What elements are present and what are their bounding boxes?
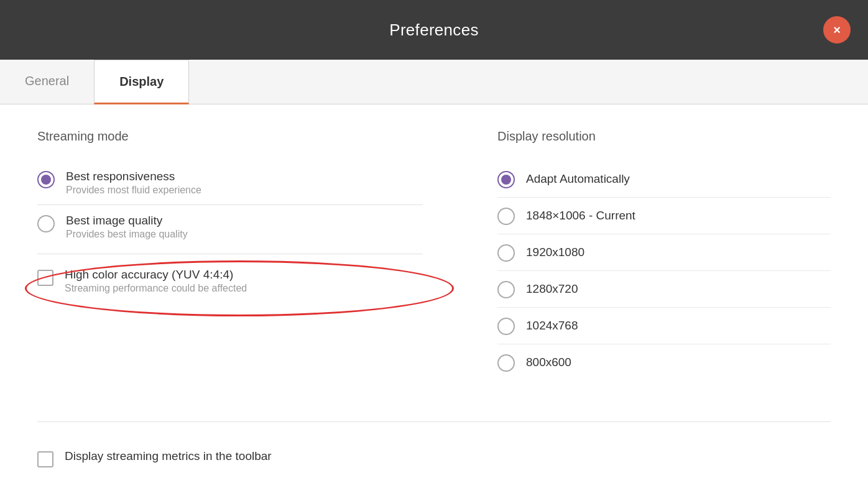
radio-circle-1280x720 [497,281,515,298]
display-resolution-title: Display resolution [497,129,831,144]
radio-label-best-responsiveness: Best responsiveness [66,170,201,183]
radio-circle-adapt-auto [497,171,515,188]
radio-sublabel-best-image-quality: Provides best image quality [66,229,188,240]
radio-circle-best-image-quality [37,215,55,232]
resolution-label-800x600: 800x600 [526,356,571,369]
checkbox-label-metrics: Display streaming metrics in the toolbar [65,449,272,463]
radio-circle-1920x1080 [497,244,515,262]
radio-1848x1006[interactable]: 1848×1006 - Current [497,197,831,234]
checkbox-high-color-accuracy[interactable]: High color accuracy (YUV 4:4:4) Streamin… [37,259,423,303]
radio-circle-1024x768 [497,318,515,335]
streaming-mode-options: Best responsiveness Provides most fluid … [37,161,423,249]
radio-800x600[interactable]: 800x600 [497,344,831,380]
dialog-title: Preferences [389,21,478,40]
close-button[interactable]: × [823,16,851,44]
display-content: Streaming mode Best responsiveness Provi… [0,104,868,501]
resolution-options: Adapt Automatically 1848×1006 - Current … [497,161,831,380]
tabs-bar: General Display [0,60,868,104]
checkbox-sublabel-high-color-accuracy: Streaming performance could be affected [65,283,247,294]
radio-circle-800x600 [497,354,515,372]
divider-streaming [37,254,423,254]
resolution-label-1920x1080: 1920x1080 [526,246,584,259]
radio-circle-best-responsiveness [37,171,55,188]
preferences-dialog: Preferences × General Display Streaming … [0,0,868,501]
radio-label-best-image-quality: Best image quality [66,214,188,228]
checkbox-display-metrics[interactable]: Display streaming metrics in the toolbar [37,441,831,476]
tab-general[interactable]: General [0,60,94,104]
radio-adapt-automatically[interactable]: Adapt Automatically [497,161,831,197]
checkbox-label-high-color-accuracy: High color accuracy (YUV 4:4:4) [65,268,247,282]
resolution-label-1280x720: 1280x720 [526,282,578,296]
resolution-label-1024x768: 1024x768 [526,319,578,333]
radio-circle-1848x1006 [497,208,515,225]
two-column-layout: Streaming mode Best responsiveness Provi… [37,129,831,409]
bottom-section: Display streaming metrics in the toolbar [37,421,831,476]
radio-best-responsiveness[interactable]: Best responsiveness Provides most fluid … [37,161,423,205]
checkbox-square-metrics [37,451,53,467]
radio-1280x720[interactable]: 1280x720 [497,270,831,307]
titlebar: Preferences × [0,0,868,60]
resolution-label-adapt-auto: Adapt Automatically [526,172,630,186]
display-resolution-column: Display resolution Adapt Automatically 1… [460,129,831,409]
radio-best-image-quality[interactable]: Best image quality Provides best image q… [37,205,423,249]
tab-display[interactable]: Display [94,60,189,104]
streaming-mode-title: Streaming mode [37,129,423,144]
resolution-label-1848x1006: 1848×1006 - Current [526,209,635,223]
checkbox-square-high-color-accuracy [37,270,53,286]
radio-1920x1080[interactable]: 1920x1080 [497,234,831,270]
streaming-mode-column: Streaming mode Best responsiveness Provi… [37,129,460,409]
radio-sublabel-best-responsiveness: Provides most fluid experience [66,185,201,196]
radio-1024x768[interactable]: 1024x768 [497,307,831,344]
